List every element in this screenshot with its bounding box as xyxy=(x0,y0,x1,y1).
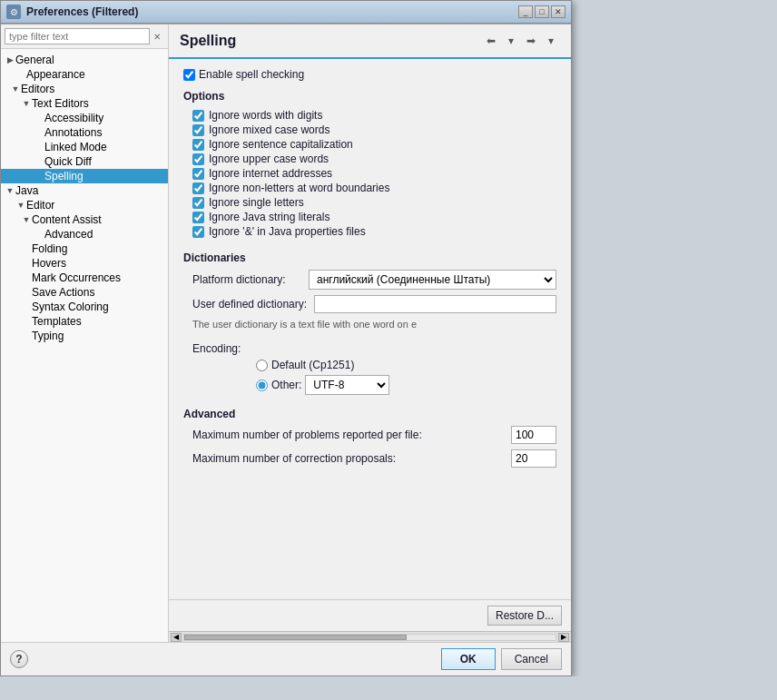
label-ignore-sentence[interactable]: Ignore sentence capitalization xyxy=(209,138,353,151)
checkbox-row-ignore-digits: Ignore words with digits xyxy=(183,108,556,123)
filter-clear-icon[interactable]: ✕ xyxy=(150,29,164,44)
user-dict-row: User defined dictionary: xyxy=(183,295,556,313)
checkbox-ignore-upper[interactable] xyxy=(192,153,204,165)
label-ignore-nonletters[interactable]: Ignore non-letters at word boundaries xyxy=(209,182,389,194)
tree-label-typing: Typing xyxy=(32,330,64,342)
nav-dropdown-button[interactable]: ▾ xyxy=(502,32,520,50)
sidebar-item-text-editors[interactable]: ▼ Text Editors xyxy=(1,96,168,111)
scroll-thumb[interactable] xyxy=(184,635,407,640)
sidebar-item-spelling[interactable]: Spelling xyxy=(1,169,168,183)
label-ignore-mixed[interactable]: Ignore mixed case words xyxy=(209,123,329,136)
label-ignore-internet[interactable]: Ignore internet addresses xyxy=(209,167,332,180)
label-ignore-java-string[interactable]: Ignore Java string literals xyxy=(209,211,329,223)
tree-label-text-editors: Text Editors xyxy=(32,97,89,110)
sidebar-item-accessibility[interactable]: Accessibility xyxy=(1,111,168,125)
sidebar-item-java[interactable]: ▼ Java xyxy=(1,183,168,198)
sidebar-item-hovers[interactable]: Hovers xyxy=(1,256,168,271)
sidebar-item-save-actions[interactable]: Save Actions xyxy=(1,285,168,300)
restore-button[interactable]: Restore D... xyxy=(487,606,562,626)
enable-spell-checking-row: Enable spell checking xyxy=(183,68,556,81)
label-ignore-upper[interactable]: Ignore upper case words xyxy=(209,153,329,165)
max-proposals-input[interactable] xyxy=(511,449,556,468)
cancel-button[interactable]: Cancel xyxy=(501,648,562,670)
encoding-default-label[interactable]: Default (Cp1251) xyxy=(271,359,354,371)
tree-arrow-advanced xyxy=(34,229,44,240)
sidebar-item-folding[interactable]: Folding xyxy=(1,242,168,256)
sidebar-item-mark-occurrences[interactable]: Mark Occurrences xyxy=(1,271,168,285)
tree-arrow-text-editors: ▼ xyxy=(21,98,32,109)
sidebar-item-quick-diff[interactable]: Quick Diff xyxy=(1,154,168,169)
close-button[interactable]: ✕ xyxy=(551,5,566,18)
encoding-other-label[interactable]: Other: xyxy=(271,379,301,391)
encoding-default-radio[interactable] xyxy=(256,360,268,371)
tree-label-quick-diff: Quick Diff xyxy=(44,155,92,168)
tree-label-spelling: Spelling xyxy=(44,170,84,182)
enable-spell-checking-checkbox[interactable] xyxy=(183,69,195,81)
help-button[interactable]: ? xyxy=(10,650,28,668)
label-ignore-single[interactable]: Ignore single letters xyxy=(209,196,304,209)
max-proposals-label: Maximum number of correction proposals: xyxy=(192,452,504,465)
tree: ▶ General Appearance ▼ Editors ▼ Text Ed… xyxy=(1,49,168,642)
checkbox-ignore-single[interactable] xyxy=(192,197,204,209)
tree-arrow-templates xyxy=(21,316,32,327)
filter-input[interactable] xyxy=(5,28,150,44)
ok-button[interactable]: OK xyxy=(441,648,496,670)
minimize-button[interactable]: _ xyxy=(518,5,533,18)
tree-arrow-linked-mode xyxy=(34,142,44,153)
nav-menu-button[interactable]: ▾ xyxy=(542,32,560,50)
encoding-default-row: Default (Cp1251) xyxy=(256,359,556,371)
sidebar-item-advanced[interactable]: Advanced xyxy=(1,227,168,242)
checkbox-row-ignore-internet: Ignore internet addresses xyxy=(183,166,556,181)
tree-label-mark-occurrences: Mark Occurrences xyxy=(32,271,121,284)
dictionaries-section: Dictionaries Platform dictionary: англий… xyxy=(183,251,556,330)
user-dict-label: User defined dictionary: xyxy=(192,298,307,311)
checkbox-ignore-internet[interactable] xyxy=(192,168,204,180)
dialog-icon: ⚙ xyxy=(6,5,21,19)
sidebar-item-annotations[interactable]: Annotations xyxy=(1,125,168,140)
tree-label-folding: Folding xyxy=(32,242,67,255)
nav-back-button[interactable]: ⬅ xyxy=(482,32,500,50)
tree-label-appearance: Appearance xyxy=(26,68,85,81)
sidebar-item-editors[interactable]: ▼ Editors xyxy=(1,82,168,96)
title-bar-left: ⚙ Preferences (Filtered) xyxy=(6,5,138,19)
label-ignore-ampersand[interactable]: Ignore '&' in Java properties files xyxy=(209,225,366,238)
sidebar-item-typing[interactable]: Typing xyxy=(1,329,168,343)
checkbox-ignore-mixed[interactable] xyxy=(192,124,204,136)
preferences-dialog: ⚙ Preferences (Filtered) _ □ ✕ ✕ ▶ Gener… xyxy=(0,0,572,676)
user-dict-input[interactable] xyxy=(314,295,556,313)
max-problems-input[interactable] xyxy=(511,426,556,444)
sidebar-item-appearance[interactable]: Appearance xyxy=(1,67,168,82)
sidebar-item-general[interactable]: ▶ General xyxy=(1,53,168,67)
scroll-left-button[interactable]: ◀ xyxy=(171,633,182,642)
checkbox-row-ignore-nonletters: Ignore non-letters at word boundaries xyxy=(183,181,556,195)
tree-arrow-folding xyxy=(21,243,32,254)
tree-arrow-appearance xyxy=(15,69,26,80)
checkbox-ignore-ampersand[interactable] xyxy=(192,226,204,238)
horizontal-scrollbar[interactable]: ◀ ▶ xyxy=(169,631,571,642)
sidebar-item-templates[interactable]: Templates xyxy=(1,314,168,329)
max-proposals-row: Maximum number of correction proposals: xyxy=(183,449,556,468)
nav-forward-button[interactable]: ➡ xyxy=(522,32,540,50)
enable-spell-checking-label[interactable]: Enable spell checking xyxy=(199,68,304,81)
checkbox-ignore-sentence[interactable] xyxy=(192,139,204,151)
encoding-other-radio[interactable] xyxy=(256,380,268,391)
tree-arrow-mark-occurrences xyxy=(21,272,32,283)
scroll-right-button[interactable]: ▶ xyxy=(558,633,569,642)
right-panel-title: Spelling xyxy=(180,33,236,49)
checkbox-ignore-java-string[interactable] xyxy=(192,212,204,223)
encoding-other-select[interactable]: UTF-8 UTF-16 ISO-8859-1 xyxy=(305,375,389,395)
sidebar-item-editor[interactable]: ▼ Editor xyxy=(1,198,168,212)
sidebar-item-syntax-coloring[interactable]: Syntax Coloring xyxy=(1,300,168,314)
sidebar-item-linked-mode[interactable]: Linked Mode xyxy=(1,140,168,154)
checkbox-ignore-digits[interactable] xyxy=(192,110,204,122)
options-section-title: Options xyxy=(183,90,556,103)
tree-arrow-general: ▶ xyxy=(5,54,15,65)
checkbox-row-ignore-single: Ignore single letters xyxy=(183,195,556,210)
platform-dict-select[interactable]: английский (Соединенные Штаты) English (… xyxy=(309,270,556,290)
maximize-button[interactable]: □ xyxy=(535,5,549,18)
label-ignore-digits[interactable]: Ignore words with digits xyxy=(209,109,322,122)
checkbox-ignore-nonletters[interactable] xyxy=(192,182,204,194)
sidebar-item-content-assist[interactable]: ▼ Content Assist xyxy=(1,212,168,227)
tree-arrow-typing xyxy=(21,330,32,341)
tree-label-general: General xyxy=(15,54,54,66)
